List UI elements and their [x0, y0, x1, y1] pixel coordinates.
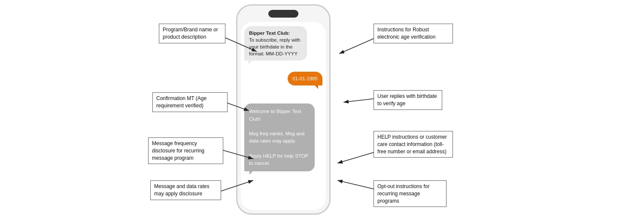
phone-notch [268, 10, 298, 18]
label-msg-frequency: Message frequency disclosure for recurri… [148, 137, 223, 164]
phone-mockup: Bipper Text Club: To subscribe, reply wi… [236, 4, 331, 215]
bubble1-body: To subscribe, reply with your birthdate … [249, 37, 301, 56]
phone-screen: Bipper Text Club: To subscribe, reply wi… [241, 22, 326, 210]
svg-line-3 [343, 99, 374, 102]
label-instructions-age: Instructions for Robust electronic age v… [374, 24, 453, 43]
bubble2-text: 01-01-1985 [292, 76, 318, 81]
label-help-instructions: HELP instructions or customer care conta… [374, 131, 453, 158]
svg-line-2 [339, 39, 374, 54]
label-msg-data-rates: Message and data rates may apply disclos… [150, 180, 221, 200]
label-program-brand: Program/Brand name or product descriptio… [159, 24, 225, 43]
bubble-incoming-1: Bipper Text Club: To subscribe, reply wi… [244, 26, 307, 61]
bubble-outgoing: 01-01-1985 [288, 72, 322, 85]
svg-line-7 [337, 152, 374, 163]
svg-line-8 [337, 180, 374, 189]
label-user-replies: User replies with birthdate to verify ag… [374, 90, 442, 110]
bubble-incoming-2: Welcome to Bipper Text Club!Msg freq var… [244, 103, 315, 171]
label-confirmation-mt: Confirmation MT (Age requirement verifie… [152, 92, 228, 112]
bubble3-body: Welcome to Bipper Text Club!Msg freq var… [249, 109, 308, 166]
label-opt-out: Opt-out instructions for recurring messa… [374, 180, 447, 207]
bubble1-bold: Bipper Text Club: [249, 30, 290, 36]
